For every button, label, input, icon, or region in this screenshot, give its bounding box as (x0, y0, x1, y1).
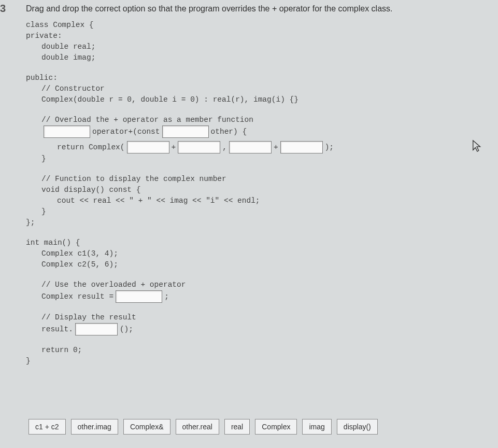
code-line: Complex c1(3, 4); (41, 248, 334, 259)
option-display[interactable]: display() (337, 419, 378, 435)
code-line: return 0; (41, 345, 334, 356)
code-line: // Overload the + operator as a member f… (41, 115, 334, 125)
code-line: int main() { (26, 237, 334, 248)
option-bank: c1 + c2 other.imag Complex& other.real r… (29, 419, 378, 435)
code-line: class Complex { (26, 20, 334, 31)
code-line: result. (); (41, 323, 334, 335)
code-line: return Complex( + , + ); (41, 141, 334, 153)
code-text: return Complex( (57, 142, 125, 153)
code-line: Complex result = ; (41, 290, 334, 303)
code-line: Complex(double r = 0, double i = 0) : re… (41, 94, 334, 105)
code-line: } (41, 206, 334, 217)
code-line: // Function to display the complex numbe… (41, 174, 334, 185)
drop-target-return-type[interactable] (44, 125, 90, 138)
code-line: public: (26, 73, 334, 83)
code-line: operator+(const other) { (41, 125, 334, 138)
question-prompt: Drag and drop the correct option so that… (26, 4, 392, 13)
code-text: other) { (211, 127, 247, 137)
drop-target-imag1[interactable] (229, 141, 272, 153)
code-text: cout << real << " + " << imag << "i" << … (57, 195, 260, 206)
code-text: + (274, 142, 278, 153)
code-line: cout << real << " + " << imag << "i" << … (41, 195, 334, 206)
code-text: , (222, 142, 227, 153)
code-line: double imag; (41, 52, 334, 63)
code-area: class Complex { private: double real; do… (26, 20, 334, 367)
code-line: // Constructor (41, 83, 334, 94)
cursor-icon (472, 139, 483, 153)
code-line: Complex c2(5, 6); (41, 259, 334, 270)
code-line: void display() const { (41, 185, 334, 195)
option-complex-ref[interactable]: Complex& (123, 419, 170, 435)
option-complex[interactable]: Complex (255, 419, 297, 435)
code-line: } (26, 356, 334, 367)
drop-target-param-type[interactable] (162, 125, 209, 138)
drop-target-imag2[interactable] (280, 141, 323, 153)
code-line: // Display the result (41, 312, 334, 323)
code-text: result. (41, 324, 73, 335)
code-line: private: (26, 31, 334, 41)
code-text: (); (120, 324, 133, 335)
drop-target-real1[interactable] (127, 141, 169, 153)
code-text: ; (164, 291, 169, 302)
option-other-imag[interactable]: other.imag (71, 419, 118, 435)
option-imag[interactable]: imag (302, 419, 331, 435)
code-text: operator+(const (92, 127, 160, 137)
drop-target-result[interactable] (116, 290, 162, 303)
drop-target-display[interactable] (75, 323, 118, 335)
code-text: Complex result = (41, 291, 113, 302)
option-c1-plus-c2[interactable]: c1 + c2 (29, 419, 66, 435)
question-number: 3 (0, 3, 6, 15)
code-line: // Use the overloaded + operator (41, 279, 334, 290)
code-line: }; (26, 217, 334, 228)
drop-target-real2[interactable] (178, 141, 220, 153)
code-line: } (41, 153, 334, 164)
code-line: double real; (41, 41, 334, 52)
option-real[interactable]: real (224, 419, 250, 435)
code-text: ); (325, 142, 334, 153)
option-other-real[interactable]: other.real (176, 419, 219, 435)
code-text: + (172, 142, 176, 153)
